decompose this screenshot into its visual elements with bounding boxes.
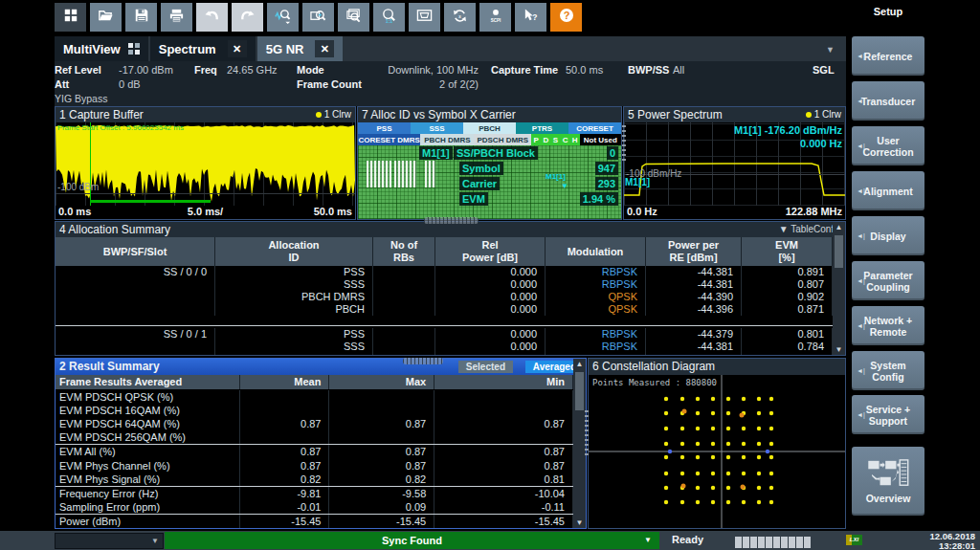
cell: EVM Phys Signal (%) bbox=[56, 473, 240, 486]
print-button[interactable] bbox=[161, 3, 192, 32]
open-file-button[interactable] bbox=[90, 3, 122, 32]
splitter-handle[interactable] bbox=[585, 409, 589, 455]
capture-time-value[interactable]: 50.0 ms bbox=[566, 64, 603, 76]
window-title-bar[interactable]: 2 Result Summary SelectedAveraged bbox=[56, 359, 586, 375]
cell: 0.000 bbox=[435, 266, 546, 278]
vertical-scrollbar[interactable]: ▲ ▼ bbox=[833, 222, 845, 355]
softkey-network-remote[interactable]: ◄|Network +Remote bbox=[852, 306, 924, 345]
window-title-bar[interactable]: 6 Constellation Diagram bbox=[589, 359, 845, 375]
cell bbox=[434, 430, 573, 444]
column-header-mean[interactable]: Mean bbox=[240, 375, 329, 389]
softkey-alignment[interactable]: ◄|Alignment bbox=[852, 171, 924, 210]
redo-icon bbox=[239, 8, 256, 28]
undo-button[interactable] bbox=[196, 3, 228, 32]
overview-button[interactable]: Overview bbox=[852, 447, 924, 516]
tab-overflow-icon[interactable]: ▼ bbox=[826, 45, 835, 55]
help-button[interactable]: ? bbox=[550, 3, 582, 32]
zoom-button[interactable] bbox=[302, 3, 334, 32]
legend-chip-sss: SSS bbox=[411, 122, 463, 134]
table-row: EVM Phys Signal (%)0.820.820.81 bbox=[56, 473, 573, 487]
fit-screen-button[interactable] bbox=[409, 3, 440, 32]
cell: 0.87 bbox=[434, 445, 573, 458]
att-label: Att bbox=[55, 78, 69, 90]
window-title-bar[interactable]: 4 Allocation Summary ▼ TableConfig bbox=[56, 222, 845, 237]
cell: 0.87 bbox=[434, 458, 573, 472]
scpi-button[interactable]: SCPI bbox=[479, 3, 511, 32]
progress-segment bbox=[735, 537, 742, 548]
cell: -44.396 bbox=[646, 303, 742, 316]
windows-button[interactable] bbox=[55, 3, 86, 32]
column-header-min[interactable]: Min bbox=[434, 375, 572, 389]
progress-segment bbox=[804, 537, 811, 548]
softkey-transducer[interactable]: ◄|Transducer bbox=[852, 81, 924, 121]
cell: RBPSK bbox=[546, 266, 646, 278]
column-header-modulation[interactable]: Modulation bbox=[546, 237, 645, 266]
zoom-1-1-button[interactable]: 1:1 bbox=[373, 3, 405, 32]
svg-text:SCPI: SCPI bbox=[490, 17, 501, 22]
freq-value[interactable]: 24.65 GHz bbox=[227, 64, 278, 76]
cell: RBPSK bbox=[546, 341, 646, 353]
progress-segment bbox=[743, 537, 749, 548]
frame-count-value[interactable]: 2 of 2(2) bbox=[342, 78, 479, 90]
cell bbox=[373, 266, 435, 278]
softkey-service-support[interactable]: ◄|Service +Support bbox=[852, 395, 924, 434]
tab-5g-nr[interactable]: 5G NR✕ bbox=[257, 36, 344, 61]
window-title-bar[interactable]: 5 Power Spectrum 1 Clrw bbox=[624, 107, 845, 122]
tab-close-icon[interactable]: ✕ bbox=[228, 40, 247, 57]
submenu-arrow-icon: ◄| bbox=[857, 187, 865, 194]
cell: 0.82 bbox=[240, 473, 330, 486]
softkey-label: Service +Support bbox=[866, 404, 910, 427]
marker-m1-label[interactable]: M1[1] bbox=[625, 177, 650, 187]
zoom-trace-button[interactable] bbox=[267, 3, 299, 32]
cell: 0.793 bbox=[742, 353, 833, 355]
mode-value[interactable]: Downlink, 100 MHz bbox=[342, 64, 479, 76]
frame-start-marker-line[interactable] bbox=[90, 122, 91, 206]
tab-multiview[interactable]: MultiView bbox=[55, 36, 148, 61]
cell: -44.381 bbox=[646, 278, 742, 291]
marker-m1-flag[interactable]: M1[1] bbox=[546, 172, 566, 181]
bwp-value[interactable]: All bbox=[673, 64, 684, 76]
softkey-user-correction[interactable]: ◄|UserCorrection bbox=[852, 126, 924, 165]
datetime[interactable]: 12.06.2018 13:28:01 bbox=[929, 532, 975, 550]
column-header-no-of[interactable]: No ofRBs bbox=[373, 237, 434, 266]
splitter-handle[interactable] bbox=[424, 217, 479, 224]
column-header-power-per[interactable]: Power perRE [dBm] bbox=[646, 237, 741, 266]
legend-chip-coreset-dmrs: CORESET DMRS bbox=[358, 134, 420, 145]
sequence-button[interactable]: s bbox=[444, 3, 476, 32]
softkey-display[interactable]: ◄|Display bbox=[852, 216, 924, 255]
marker-readout-freq: 0.000 Hz bbox=[800, 138, 842, 149]
splitter-handle[interactable] bbox=[622, 124, 626, 161]
zoom-multi-window-button[interactable] bbox=[338, 3, 369, 32]
column-header-rel[interactable]: RelPower [dB] bbox=[435, 237, 545, 266]
column-header-evm[interactable]: EVM[%] bbox=[742, 237, 832, 266]
att-value[interactable]: 0 dB bbox=[119, 78, 141, 90]
window-title-bar[interactable]: 1 Capture Buffer 1 Clrw bbox=[56, 107, 355, 122]
column-header-allocation[interactable]: AllocationID bbox=[215, 237, 372, 266]
tab-close-icon[interactable]: ✕ bbox=[315, 40, 334, 57]
ref-level-value[interactable]: -17.00 dBm bbox=[119, 64, 173, 76]
toggle-selected[interactable]: Selected bbox=[458, 361, 513, 373]
tab-bar: MultiViewSpectrum✕5G NR✕ bbox=[55, 36, 846, 61]
cursor-help-button[interactable]: ? bbox=[515, 3, 546, 32]
column-header-bwp-sf-slot[interactable]: BWP/SF/Slot bbox=[56, 237, 214, 266]
softkey-system-config[interactable]: ◄|SystemConfig bbox=[852, 351, 924, 390]
softkey-parameter-coupling[interactable]: ◄|ParameterCoupling bbox=[852, 261, 924, 300]
window-title-bar[interactable]: 7 Alloc ID vs Symbol X Carrier bbox=[358, 107, 621, 122]
submenu-arrow-icon: ◄| bbox=[857, 232, 865, 239]
column-header-max[interactable]: Max bbox=[329, 375, 434, 389]
sync-status-bar[interactable]: Sync Found ▼ bbox=[165, 532, 659, 549]
cell: 0.000 bbox=[435, 341, 546, 353]
status-dropdown[interactable]: ▼ bbox=[55, 533, 164, 549]
cell: 0.000 bbox=[435, 303, 546, 316]
splitter-handle[interactable] bbox=[403, 358, 443, 364]
column-header-frame-results-averaged[interactable]: Frame Results Averaged bbox=[56, 375, 239, 389]
save-button[interactable] bbox=[125, 3, 157, 32]
cell: EVM PDSCH QPSK (%) bbox=[56, 390, 240, 404]
cell bbox=[329, 430, 434, 444]
softkey-reference[interactable]: ◄|Reference bbox=[852, 36, 924, 76]
cell: -44.379 bbox=[646, 328, 742, 341]
redo-button[interactable] bbox=[232, 3, 263, 32]
tab-spectrum[interactable]: Spectrum✕ bbox=[150, 36, 256, 61]
cell: Sampling Error (ppm) bbox=[56, 500, 240, 514]
legend-chip-pbch-dmrs: PBCH DMRS bbox=[420, 134, 474, 145]
